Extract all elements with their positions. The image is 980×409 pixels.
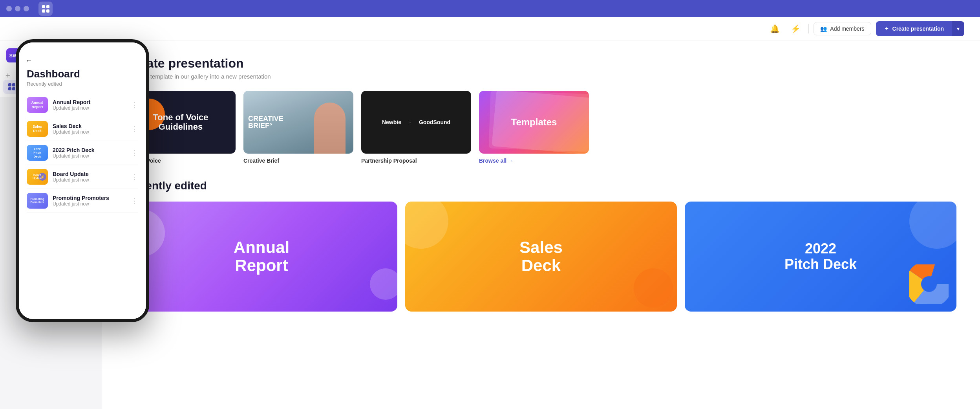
create-dropdown-button[interactable]: ▾ [952,21,964,36]
templates-grid: Tone of VoiceGuidelines Tone of Voice CR… [126,91,956,164]
phone-back-button[interactable]: ← [19,53,146,65]
sidebar-add-button[interactable]: ＋ [3,70,13,80]
board-update-thumb: BoardUpdate ⚡ [27,169,48,185]
lightning-button[interactable]: ⚡ [788,22,804,35]
traffic-light-yellow[interactable] [15,6,20,11]
sales-deck-thumb: SalesDeck [27,121,48,137]
svg-rect-2 [8,87,11,90]
partnership-name: Partnership Proposal [361,158,471,164]
phone-frame: ← Dashboard Recently edited AnnualReport [16,40,149,322]
sales-decor: SalesDeck [405,202,677,312]
plus-icon: ＋ [884,25,889,32]
create-presentation-label: Create presentation [892,26,944,32]
pitch-deck-title: 2022 Pitch Deck [53,147,126,153]
list-item[interactable]: 2022PitchDeck 2022 Pitch Deck Updated ju… [27,141,138,165]
annual-report-info: Annual Report Updated just now [53,99,126,111]
creative-name: Creative Brief [243,158,353,164]
phone-subtitle: Recently edited [27,81,138,87]
person-silhouette [314,103,346,154]
recent-card-pitch[interactable]: 2022Pitch Deck [685,202,956,312]
promoting-updated: Updated just now [53,201,126,207]
pitch-card-text: 2022Pitch Deck [777,233,865,280]
board-update-menu[interactable]: ⋮ [131,172,138,181]
partner-logo-2: GoodSound [419,119,450,125]
templates-thumb: Templates [479,91,589,154]
add-members-button[interactable]: 👥 Add members [814,22,871,35]
chevron-down-icon: ▾ [957,26,960,32]
recently-edited-section: Recently edited AnnualReport [126,180,956,312]
pitch-pie-chart [909,264,949,304]
list-item[interactable]: PromotingPromoters Promoting Promoters U… [27,189,138,213]
svg-rect-3 [12,87,15,90]
annual-report-menu[interactable]: ⋮ [131,101,138,109]
template-card-partnership[interactable]: Newbie · GoodSound Partnership Proposal [361,91,471,164]
pitch-decor: 2022Pitch Deck [685,202,956,312]
app-main: SW SpaceWork PRO ▾ Cici Frasier [0,40,980,409]
partnership-thumb: Newbie · GoodSound [361,91,471,154]
list-item[interactable]: AnnualReport Annual Report Updated just … [27,93,138,117]
svg-rect-1 [12,83,15,86]
recent-card-sales[interactable]: SalesDeck [405,202,677,312]
phone-screen: ← Dashboard Recently edited AnnualReport [19,42,146,319]
recently-grid: AnnualReport SalesDeck [126,202,956,312]
board-update-info: Board Update Updated just now [53,171,126,183]
template-card-creative[interactable]: CREATIVEBRIEF° Creative Brief [243,91,353,164]
recently-edited-title: Recently edited [126,180,956,192]
board-update-updated: Updated just now [53,177,126,183]
header-divider [808,24,809,33]
dashboard-grid-icon [8,83,16,91]
grid-app-icon[interactable] [38,2,53,16]
browse-all-button[interactable]: Browse all → [479,158,514,164]
header-area: 🔔 ⚡ 👥 Add members ＋ Create presentation … [0,17,980,40]
creative-brief-text: CREATIVEBRIEF° [248,115,283,129]
top-bar [0,0,980,17]
creative-thumb: CREATIVEBRIEF° [243,91,353,154]
list-item[interactable]: BoardUpdate ⚡ Board Update Updated just … [27,165,138,189]
promoting-menu[interactable]: ⋮ [131,196,138,205]
templates-card-text: Templates [511,117,557,128]
board-update-title: Board Update [53,171,126,177]
pitch-deck-thumb: 2022PitchDeck [27,145,48,161]
annual-report-title: Annual Report [53,99,126,105]
sales-card-text: SalesDeck [512,231,570,282]
pitch-deck-info: 2022 Pitch Deck Updated just now [53,147,126,159]
create-presentation-section: Create presentation Turn any template in… [126,56,956,164]
phone-status-bar [19,42,146,53]
annual-report-updated: Updated just now [53,105,126,111]
add-members-label: Add members [830,26,864,32]
main-content: Create presentation Turn any template in… [102,40,980,409]
app-body: 🔔 ⚡ 👥 Add members ＋ Create presentation … [0,17,980,409]
promoting-info: Promoting Promoters Updated just now [53,195,126,207]
create-presentation-button[interactable]: ＋ Create presentation [876,21,952,36]
create-btn-group: ＋ Create presentation ▾ [876,21,964,36]
app-container: 🔔 ⚡ 👥 Add members ＋ Create presentation … [0,0,980,409]
partner-logo-1: Newbie [382,119,401,125]
header-right: 🔔 ⚡ 👥 Add members ＋ Create presentation … [767,21,964,36]
notification-button[interactable]: 🔔 [767,22,783,35]
pitch-deck-updated: Updated just now [53,153,126,159]
template-card-templates[interactable]: Templates Browse all → [479,91,589,164]
browse-all-label: Browse all → [479,158,514,164]
phone-content: Dashboard Recently edited AnnualReport A… [19,68,146,213]
pitch-deck-menu[interactable]: ⋮ [131,149,138,157]
sales-deck-menu[interactable]: ⋮ [131,125,138,133]
phone-title: Dashboard [27,68,138,80]
list-item[interactable]: SalesDeck Sales Deck Updated just now ⋮ [27,117,138,141]
traffic-light-red[interactable] [6,6,12,11]
annual-report-thumb: AnnualReport [27,97,48,113]
annual-card-text: AnnualReport [226,231,297,282]
traffic-light-green[interactable] [24,6,29,11]
promoting-title: Promoting Promoters [53,195,126,201]
svg-rect-0 [8,83,11,86]
sales-deck-info: Sales Deck Updated just now [53,123,126,135]
sales-deck-title: Sales Deck [53,123,126,129]
create-section-title: Create presentation [126,56,956,71]
sales-deck-updated: Updated just now [53,129,126,135]
promoting-thumb: PromotingPromoters [27,193,48,209]
users-icon: 👥 [820,26,827,32]
phone-mockup-area: ← Dashboard Recently edited AnnualReport [16,40,181,377]
create-section-subtitle: Turn any template in our gallery into a … [126,73,956,80]
